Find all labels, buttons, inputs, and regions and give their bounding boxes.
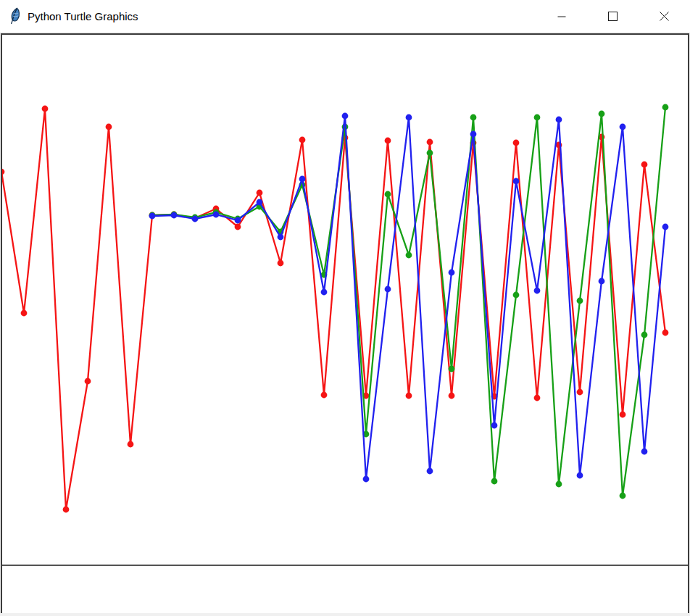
series-green-marker: [534, 115, 541, 121]
minimize-button[interactable]: [536, 0, 587, 33]
series-blue-marker: [171, 212, 178, 219]
series-blue-marker: [620, 124, 626, 130]
tk-feather-icon: [8, 7, 22, 26]
series-red-line: [2, 109, 665, 509]
series-blue-marker: [470, 131, 477, 138]
series-blue-marker: [449, 270, 455, 276]
series-red-marker: [641, 162, 648, 168]
series-green-marker: [513, 292, 520, 299]
series-red-marker: [662, 330, 669, 336]
series-blue-marker: [662, 224, 669, 230]
series-red-marker: [128, 441, 134, 448]
series-green-marker: [620, 493, 626, 499]
minimize-icon: [557, 12, 566, 21]
series-blue-marker: [641, 449, 648, 455]
series-blue-marker: [599, 278, 605, 285]
series-blue-marker: [235, 217, 241, 224]
series-red-marker: [406, 393, 412, 399]
series-red-marker: [235, 224, 241, 230]
series-red-marker: [299, 137, 306, 143]
maximize-button[interactable]: [587, 0, 639, 33]
series-green-marker: [427, 150, 433, 157]
series-blue-marker: [192, 216, 199, 222]
series-blue-marker: [577, 473, 583, 479]
series-blue-marker: [385, 286, 391, 293]
series-blue-marker: [257, 199, 263, 206]
series-blue-marker: [299, 176, 306, 183]
series-blue-marker: [321, 289, 328, 296]
series-blue-marker: [491, 423, 498, 429]
series-red-marker: [385, 138, 391, 144]
series-green-marker: [662, 104, 669, 111]
series-green-marker: [556, 481, 562, 488]
turtle-plot: [2, 35, 688, 613]
close-button[interactable]: [639, 0, 690, 33]
series-red-marker: [106, 124, 112, 130]
series-red-marker: [427, 139, 433, 146]
series-blue-marker: [406, 115, 412, 121]
series-green-marker: [385, 191, 391, 198]
series-blue-marker: [149, 213, 156, 220]
series-green-marker: [449, 366, 455, 372]
turtle-graphics-window: Python Turtle Graphics: [0, 0, 690, 616]
series-red-marker: [63, 507, 70, 513]
series-blue-marker: [513, 178, 520, 185]
series-red-marker: [321, 392, 328, 399]
series-blue-marker: [363, 476, 370, 483]
series-green-marker: [491, 478, 498, 485]
series-green-marker: [577, 298, 583, 304]
series-red-marker: [42, 106, 49, 112]
series-red-marker: [577, 389, 583, 396]
series-red-marker: [21, 310, 28, 317]
close-icon: [660, 12, 669, 21]
series-blue-marker: [556, 117, 562, 123]
series-red-marker: [620, 412, 626, 418]
maximize-icon: [608, 12, 618, 21]
window-title: Python Turtle Graphics: [28, 10, 138, 22]
series-blue-marker: [278, 234, 284, 241]
series-red-marker: [513, 140, 520, 146]
series-green-marker: [470, 115, 477, 121]
series-blue-marker: [427, 468, 433, 475]
series-red-marker: [2, 169, 4, 175]
series-blue-marker: [213, 212, 220, 218]
title-bar: Python Turtle Graphics: [0, 0, 690, 33]
series-red-marker: [257, 190, 263, 196]
series-blue-marker: [342, 113, 349, 120]
series-green-marker: [599, 111, 605, 117]
series-red-marker: [85, 378, 91, 385]
series-green-marker: [641, 332, 648, 338]
turtle-canvas: [1, 33, 689, 613]
series-red-marker: [278, 260, 284, 267]
series-green-marker: [406, 252, 412, 259]
window-controls: [536, 0, 690, 33]
series-red-marker: [534, 395, 541, 401]
series-red-marker: [449, 393, 455, 399]
series-blue-marker: [534, 288, 541, 294]
